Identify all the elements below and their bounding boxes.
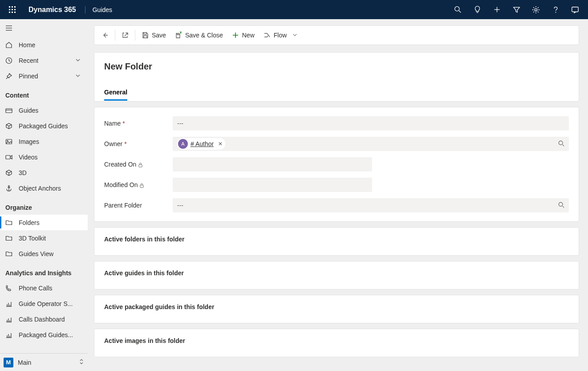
form-section-general: Name * --- Owner * A # Author ✕	[94, 107, 579, 222]
package-icon	[5, 122, 12, 130]
sidebar-item-phone-calls[interactable]: Phone Calls	[0, 280, 88, 296]
owner-link[interactable]: # Author	[191, 140, 214, 147]
sidebar-item-recent[interactable]: Recent	[0, 53, 88, 68]
svg-rect-21	[6, 109, 12, 113]
name-input[interactable]: ---	[173, 116, 569, 130]
new-button[interactable]: New	[227, 26, 259, 45]
sidebar-item-pinned[interactable]: Pinned	[0, 68, 88, 84]
svg-rect-0	[9, 6, 10, 8]
folder-icon	[5, 250, 12, 257]
modified-on-field	[173, 178, 372, 192]
gear-icon[interactable]	[527, 0, 545, 19]
svg-point-46	[559, 141, 563, 145]
section-active-guides: Active guides in this folder	[94, 261, 579, 289]
save-close-button[interactable]: Save & Close	[170, 26, 227, 45]
card-icon	[5, 107, 12, 114]
chart-icon	[5, 300, 12, 307]
svg-point-14	[535, 8, 537, 11]
main-content: Save Save & Close New Flow New Folder Ge…	[88, 19, 588, 371]
folder-icon	[5, 235, 12, 242]
sidebar-item-videos[interactable]: Videos	[0, 149, 88, 165]
sidebar-item-folders[interactable]: Folders	[0, 215, 88, 230]
flow-button[interactable]: Flow	[259, 26, 302, 45]
field-label: Name *	[104, 120, 173, 127]
sidebar-item-3d-toolkit[interactable]: 3D Toolkit	[0, 230, 88, 246]
help-icon[interactable]	[546, 0, 565, 19]
sidebar-section-content: Content	[0, 84, 88, 102]
created-on-field	[173, 157, 372, 171]
back-button[interactable]	[97, 26, 113, 45]
popout-icon	[122, 32, 129, 39]
app-launcher-button[interactable]	[4, 0, 21, 19]
svg-rect-48	[139, 165, 142, 167]
pin-icon	[5, 73, 12, 80]
svg-rect-16	[572, 7, 578, 12]
sidebar-item-home[interactable]: Home	[0, 37, 88, 53]
global-header: Dynamics 365 Guides	[0, 0, 588, 19]
sidebar-item-label: Pinned	[19, 73, 38, 80]
parent-folder-lookup[interactable]: ---	[173, 198, 569, 212]
lightbulb-icon[interactable]	[468, 0, 487, 19]
sidebar: Home Recent Pinned Content Guides Packag…	[0, 19, 88, 371]
area-switcher[interactable]: M Main	[0, 353, 88, 371]
svg-rect-49	[140, 185, 143, 188]
sidebar-item-guide-operator[interactable]: Guide Operator S...	[0, 296, 88, 311]
search-icon[interactable]	[558, 140, 564, 148]
cube-icon	[5, 169, 12, 176]
section-active-images: Active images in this folder	[94, 329, 579, 357]
field-label: Parent Folder	[104, 202, 173, 209]
new-label: New	[242, 32, 255, 39]
sidebar-item-label: 3D	[19, 169, 27, 176]
sidebar-item-label: Packaged Guides	[19, 122, 68, 130]
field-label: Created On	[104, 161, 173, 168]
sidebar-item-label: Packaged Guides...	[19, 331, 73, 338]
sidebar-item-guides[interactable]: Guides	[0, 102, 88, 118]
sidebar-item-guides-view[interactable]: Guides View	[0, 246, 88, 261]
section-active-packaged: Active packaged guides in this folder	[94, 295, 579, 323]
sidebar-item-packaged-guides[interactable]: Packaged Guides	[0, 118, 88, 134]
svg-rect-3	[9, 9, 10, 10]
sidebar-item-label: 3D Toolkit	[19, 235, 46, 242]
tab-general[interactable]: General	[104, 85, 127, 101]
save-button[interactable]: Save	[137, 26, 170, 45]
plus-icon[interactable]	[487, 0, 506, 19]
section-active-folders: Active folders in this folder	[94, 227, 579, 256]
section-title: Active images in this folder	[104, 337, 569, 344]
app-subtitle[interactable]: Guides	[85, 6, 112, 13]
sidebar-item-calls-dashboard[interactable]: Calls Dashboard	[0, 311, 88, 327]
popout-button[interactable]	[117, 26, 133, 45]
record-title: New Folder	[104, 61, 569, 72]
sidebar-item-3d[interactable]: 3D	[0, 165, 88, 180]
search-icon[interactable]	[558, 202, 564, 209]
svg-line-51	[563, 206, 564, 208]
record-header-card: New Folder General	[94, 52, 579, 102]
chart-icon	[5, 331, 12, 338]
sidebar-toggle[interactable]	[0, 19, 88, 37]
remove-owner-button[interactable]: ✕	[218, 141, 223, 147]
field-row-name: Name * ---	[104, 116, 569, 130]
svg-point-24	[7, 140, 8, 141]
flow-label: Flow	[274, 32, 287, 39]
search-icon[interactable]	[448, 0, 467, 19]
sidebar-item-packaged-guides-dash[interactable]: Packaged Guides...	[0, 327, 88, 342]
filter-icon[interactable]	[507, 0, 526, 19]
assistant-icon[interactable]	[566, 0, 584, 19]
flow-icon	[264, 32, 271, 39]
command-bar: Save Save & Close New Flow	[94, 25, 579, 45]
home-icon	[5, 41, 12, 49]
lock-icon	[139, 182, 145, 188]
sidebar-item-images[interactable]: Images	[0, 134, 88, 149]
sidebar-item-label: Phone Calls	[19, 285, 53, 292]
svg-line-47	[563, 144, 564, 146]
tabs: General	[104, 85, 569, 101]
svg-point-15	[556, 12, 556, 12]
sidebar-item-object-anchors[interactable]: Object Anchors	[0, 180, 88, 196]
sidebar-item-label: Videos	[19, 154, 38, 161]
updown-icon	[79, 359, 84, 366]
sidebar-section-organize: Organize	[0, 196, 88, 215]
sidebar-item-label: Home	[19, 41, 35, 49]
separator	[135, 30, 135, 41]
section-title: Active folders in this folder	[104, 236, 569, 243]
svg-rect-7	[12, 12, 13, 13]
owner-lookup[interactable]: A # Author ✕	[173, 137, 569, 151]
